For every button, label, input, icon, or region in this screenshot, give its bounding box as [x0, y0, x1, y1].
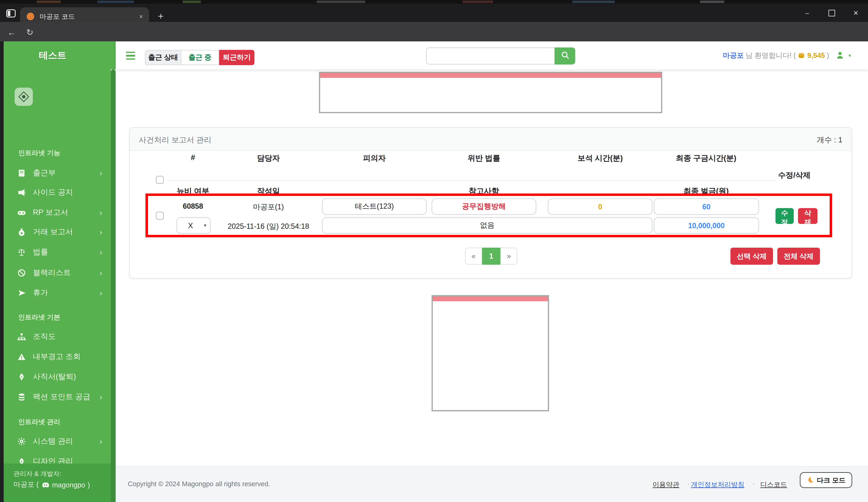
- window-minimize-button[interactable]: –: [795, 4, 819, 22]
- select-caret-icon: ▾: [204, 223, 206, 228]
- col-header-edit-delete: 수정/삭제: [778, 170, 810, 181]
- privacy-link[interactable]: 개인정보처리방침: [691, 480, 744, 489]
- violation-input[interactable]: [432, 198, 536, 215]
- sidebar-item-resignation[interactable]: 사직서(탈퇴): [4, 367, 111, 386]
- header-divider: [167, 180, 775, 181]
- pagination-page-1[interactable]: 1: [482, 248, 500, 265]
- chevron-right-icon: ›: [100, 168, 102, 177]
- header-search: [426, 48, 575, 64]
- card-title: 사건처리 보고서 관리: [139, 135, 211, 145]
- sidebar-item-org-chart[interactable]: 조직도: [4, 327, 111, 346]
- refresh-button[interactable]: ↻: [24, 27, 35, 38]
- back-button[interactable]: ←: [6, 27, 17, 38]
- user-person-icon: [836, 51, 844, 60]
- col-header-bail: 보석 시간(분): [578, 153, 623, 164]
- suspect-input[interactable]: [322, 198, 427, 215]
- terms-link[interactable]: 이용약관: [652, 480, 679, 489]
- delete-selected-button[interactable]: 선택 삭제: [731, 248, 773, 265]
- book-icon: [17, 168, 26, 177]
- sidebar-item-vacation[interactable]: 휴가 ›: [4, 283, 111, 302]
- chevron-right-icon: ›: [100, 437, 102, 446]
- sidebar-item-system-admin[interactable]: 시스템 관리 ›: [4, 431, 111, 451]
- window-close-button[interactable]: ×: [844, 4, 868, 22]
- sidebar-item-law[interactable]: 법률 ›: [4, 242, 111, 262]
- pagination-prev[interactable]: «: [465, 248, 482, 265]
- top-embed-box: [319, 72, 662, 113]
- newbie-select[interactable]: X ▾: [176, 217, 210, 234]
- gear-icon: [17, 437, 26, 446]
- admin-label: 관리자 & 개발자:: [13, 470, 61, 478]
- tab-search-icon[interactable]: [5, 8, 17, 19]
- edit-button[interactable]: 수정: [775, 208, 794, 224]
- warning-icon: [17, 352, 26, 361]
- user-name: 마공포: [723, 51, 744, 60]
- screen-top-artifact: [0, 0, 868, 4]
- select-all-checkbox[interactable]: [156, 176, 164, 184]
- sidebar-item-rp-report[interactable]: RP 보고서 ›: [4, 203, 111, 222]
- main-content: 사건처리 보고서 관리 개수 : 1 # 담당자 피의자 위반 법률 보석 시간…: [116, 69, 868, 502]
- attendance-status-value[interactable]: 출근 중: [182, 50, 219, 65]
- dark-mode-button[interactable]: 다크 모드: [800, 472, 852, 488]
- col-header-violation: 위반 법률: [468, 153, 500, 164]
- sidebar-item-side-notice[interactable]: 사이드 공지: [4, 182, 111, 202]
- col-header-detention: 최종 구금시간(분): [676, 153, 736, 164]
- tab-close-icon[interactable]: ×: [139, 13, 143, 20]
- sidebar-item-blacklist[interactable]: 블랙리스트 ›: [4, 263, 111, 282]
- bottom-embed-box: [432, 295, 549, 411]
- sidebar-section-intranet-admin: 인트라넷 관리: [18, 417, 60, 427]
- sidebar: 인트라넷 기능 출근부 › 사이드 공지 RP 보고서 › 거래 보고서 › 법…: [4, 69, 111, 502]
- money-bag-icon: [17, 227, 26, 237]
- site-favicon: [26, 12, 35, 21]
- delete-all-button[interactable]: 전체 삭제: [777, 248, 820, 265]
- bail-minutes-input[interactable]: [548, 198, 652, 215]
- search-input[interactable]: [426, 48, 555, 64]
- moon-icon: [807, 477, 814, 484]
- app-logo[interactable]: [14, 87, 33, 106]
- col-header-manager: 담당자: [257, 153, 280, 164]
- gamepad-icon: [17, 208, 26, 217]
- row-select-checkbox[interactable]: [156, 212, 164, 220]
- pagination-next[interactable]: »: [500, 248, 517, 265]
- sidebar-scrollbar[interactable]: [111, 69, 116, 502]
- window-left-edge: [0, 41, 4, 502]
- user-welcome[interactable]: 마공포 님 환영합니다! ( 9,545 ) ▾: [723, 41, 851, 69]
- plane-icon: [17, 288, 26, 297]
- sitemap-icon: [17, 332, 26, 341]
- sidebar-item-warning-lookup[interactable]: 내부경고 조회: [4, 347, 111, 366]
- card-header: 사건처리 보고서 관리 개수 : 1: [130, 128, 851, 151]
- dark-mode-label: 다크 모드: [817, 475, 846, 485]
- sidebar-section-intranet-basic: 인트라넷 기본: [18, 313, 60, 322]
- fine-input[interactable]: [654, 217, 759, 234]
- browser-titlebar: 마공포 코드 × + – ×: [0, 4, 868, 22]
- coins-icon: [17, 392, 26, 401]
- newbie-value: X: [177, 221, 204, 230]
- sidebar-item-trade-report[interactable]: 거래 보고서 ›: [4, 222, 111, 242]
- col-header-suspect: 피의자: [363, 153, 386, 164]
- chevron-right-icon: ›: [100, 208, 102, 217]
- search-icon: [560, 51, 569, 61]
- report-card: 사건처리 보고서 관리 개수 : 1 # 담당자 피의자 위반 법률 보석 시간…: [129, 127, 852, 279]
- note-input[interactable]: [322, 217, 652, 234]
- pen-icon: [17, 372, 26, 381]
- search-button[interactable]: [555, 48, 575, 64]
- app-title[interactable]: 테스트: [39, 41, 66, 69]
- delete-button[interactable]: 삭제: [798, 208, 817, 224]
- sidebar-item-attendance[interactable]: 출근부 ›: [4, 163, 111, 182]
- row-created-at: 2025-11-16 (일) 20:54:18: [228, 221, 309, 232]
- discord-link[interactable]: 디스코드: [760, 480, 787, 489]
- chevron-right-icon: ›: [100, 288, 102, 297]
- clock-out-button[interactable]: 퇴근하기: [219, 50, 255, 65]
- sidebar-toggle-button[interactable]: [123, 48, 138, 63]
- chevron-right-icon: ›: [100, 392, 102, 401]
- chevron-right-icon: ›: [100, 268, 102, 277]
- chevron-right-icon: ›: [100, 227, 102, 237]
- detention-minutes-input[interactable]: [654, 198, 759, 215]
- user-menu-caret-icon: ▾: [848, 53, 851, 58]
- admin-name: 마공포 (: [13, 480, 39, 489]
- window-maximize-button[interactable]: [819, 4, 844, 22]
- bottom-embed-box-header: [433, 296, 548, 301]
- megaphone-icon: [17, 188, 26, 197]
- chevron-right-icon: ›: [100, 248, 102, 257]
- sidebar-item-faction-points[interactable]: 팩션 포인트 공급 ›: [4, 387, 111, 407]
- tab-title: 마공포 코드: [40, 12, 139, 21]
